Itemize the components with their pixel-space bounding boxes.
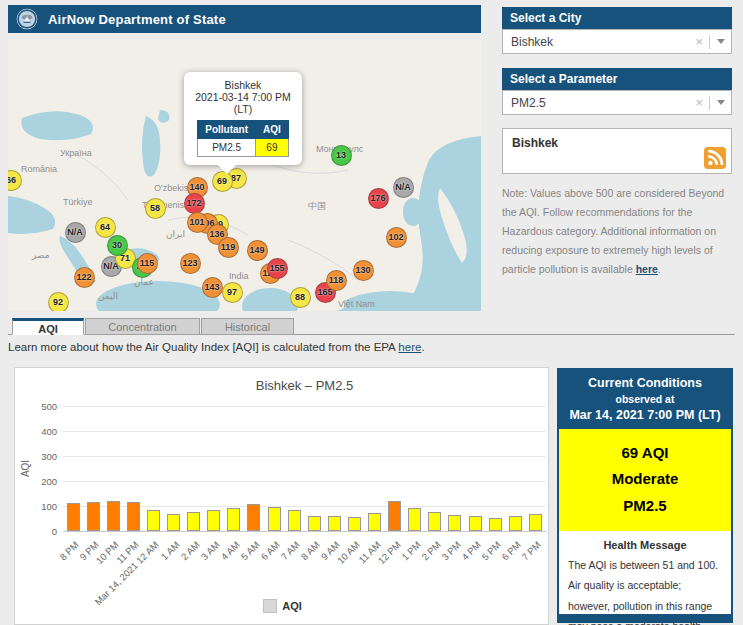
popup-aqi-value: 69 (256, 139, 289, 157)
aqi-map-marker[interactable]: 88 (290, 287, 311, 308)
popup-col-pollutant: Pollutant (198, 121, 256, 139)
epa-here-link[interactable]: here (398, 341, 421, 353)
aqi-map-marker[interactable]: 172 (184, 193, 205, 214)
conditions-aqi-category: Moderate (559, 466, 731, 492)
chart-bar (227, 508, 240, 531)
select-city-header: Select a City (502, 7, 732, 29)
aqi-map-marker[interactable]: 115 (137, 253, 158, 274)
aqi-map-marker[interactable]: 118 (326, 270, 347, 291)
chart-title: Bishkek – PM2.5 (63, 378, 546, 393)
note-here-link[interactable]: here (636, 263, 658, 275)
app-header: AirNow Department of State (8, 5, 481, 33)
chart-y-tick-label: 300 (31, 451, 57, 462)
tab-concentration[interactable]: Concentration (85, 318, 200, 335)
city-select-value: Bishkek (511, 35, 689, 49)
popup-timezone: (LT) (189, 103, 297, 115)
chart-bar (489, 518, 502, 531)
chart-y-tick-label: 0 (31, 526, 57, 537)
rss-feed-box: Bishkek (502, 128, 732, 174)
legend-label: AQI (282, 600, 302, 612)
chart-bar (308, 516, 321, 531)
aqi-map-marker[interactable]: 13 (331, 145, 352, 166)
chart-gridline (63, 406, 546, 407)
view-tabs: AQI Concentration Historical (8, 317, 735, 335)
parameter-select[interactable]: PM2.5 × (502, 90, 732, 115)
rss-city-label: Bishkek (512, 136, 558, 150)
aqi-map-marker[interactable]: 119 (218, 237, 239, 258)
chart-y-axis-label: AQI (20, 460, 31, 477)
popup-table: Pollutant AQI PM2.5 69 (197, 120, 289, 157)
chart-y-tick-label: 100 (31, 501, 57, 512)
health-message-header: Health Message (559, 539, 731, 551)
chart-gridline (63, 456, 546, 457)
aqi-map-marker[interactable]: 130 (353, 260, 374, 281)
conditions-aqi-box: 69 AQI Moderate PM2.5 (559, 429, 731, 531)
aqi-map-marker[interactable]: 58 (145, 198, 166, 219)
page-title: AirNow Department of State (48, 12, 226, 27)
aqi-map-marker[interactable]: N/A (393, 177, 414, 198)
parameter-dropdown-caret-icon[interactable] (717, 100, 725, 105)
conditions-aqi-pollutant: PM2.5 (559, 493, 731, 519)
popup-pollutant-value: PM2.5 (198, 139, 256, 157)
chart-bar (127, 502, 140, 531)
chart-bar (529, 514, 542, 531)
conditions-aqi-value: 69 AQI (559, 440, 731, 466)
popup-datetime: 2021-03-14 7:00 PM (189, 91, 297, 103)
aqi-map-marker[interactable]: 149 (247, 240, 268, 261)
city-select[interactable]: Bishkek × (502, 29, 732, 54)
legend-swatch (263, 599, 277, 613)
aqi-map-marker[interactable]: 143 (202, 277, 223, 298)
chart-bar (288, 510, 301, 531)
aqi-map-marker[interactable]: 123 (180, 253, 201, 274)
aqi-map-marker[interactable]: 30 (107, 235, 128, 256)
aqi-map-marker[interactable]: 92 (48, 292, 69, 312)
chart-bar (348, 517, 361, 531)
current-conditions-panel: Current Conditions observed at Mar 14, 2… (557, 368, 733, 623)
current-conditions-header: Current Conditions observed at Mar 14, 2… (559, 370, 731, 429)
aqi-map-marker[interactable]: 176 (368, 188, 389, 209)
rss-icon[interactable] (704, 147, 726, 169)
chart-bar (187, 512, 200, 532)
aqi-map-marker[interactable]: 64 (95, 217, 116, 238)
chart-bar (509, 516, 522, 531)
conditions-footer-bar (559, 614, 731, 621)
tab-historical[interactable]: Historical (201, 318, 294, 335)
chart-gridline (63, 431, 546, 432)
chart-bar (107, 501, 120, 532)
aqi-map-marker[interactable]: N/A (65, 222, 86, 243)
city-clear-icon[interactable]: × (689, 35, 709, 48)
map-popup: Bishkek 2021-03-14 7:00 PM (LT) Pollutan… (184, 72, 302, 165)
chart-bar (328, 516, 341, 532)
chart-bar (368, 513, 381, 531)
select-parameter-header: Select a Parameter (502, 68, 732, 90)
parameter-select-value: PM2.5 (511, 96, 689, 110)
department-of-state-seal-icon (16, 8, 38, 30)
chart-bar (448, 515, 461, 532)
chart-bar (388, 501, 401, 532)
conditions-title: Current Conditions (561, 376, 729, 390)
chart-bar (207, 510, 220, 531)
popup-col-aqi: AQI (256, 121, 289, 139)
aqi-map-marker[interactable]: 122 (74, 267, 95, 288)
chart-gridline (63, 531, 546, 532)
conditions-datetime: Mar 14, 2021 7:00 PM (LT) (561, 408, 729, 422)
aqi-map-marker[interactable]: 155 (267, 258, 288, 279)
chart-bar (428, 512, 441, 532)
chart-bar (247, 504, 260, 531)
aqi-map-marker[interactable]: 97 (222, 282, 243, 303)
chart-gridline (63, 481, 546, 482)
parameter-clear-icon[interactable]: × (689, 96, 709, 109)
chart-bar (469, 516, 482, 531)
aqi-map-marker[interactable]: 101 (187, 212, 208, 233)
chart-bar (268, 507, 281, 532)
aqi-map-marker[interactable]: 102 (386, 227, 407, 248)
tab-aqi[interactable]: AQI (12, 318, 84, 335)
chart-legend[interactable]: AQI (15, 599, 550, 613)
learn-more-text: Learn more about how the Air Quality Ind… (8, 341, 425, 353)
chart-bar (408, 508, 421, 531)
aqi-map[interactable]: УкраїнаRomâniaTürkiyeO'zbekistonTürkmeni… (8, 40, 481, 311)
airnow-page: AirNow Department of State (0, 0, 743, 625)
beyond-aqi-note: Note: Values above 500 are considered Be… (502, 184, 735, 278)
chart-y-tick-label: 400 (31, 426, 57, 437)
city-dropdown-caret-icon[interactable] (717, 39, 725, 44)
